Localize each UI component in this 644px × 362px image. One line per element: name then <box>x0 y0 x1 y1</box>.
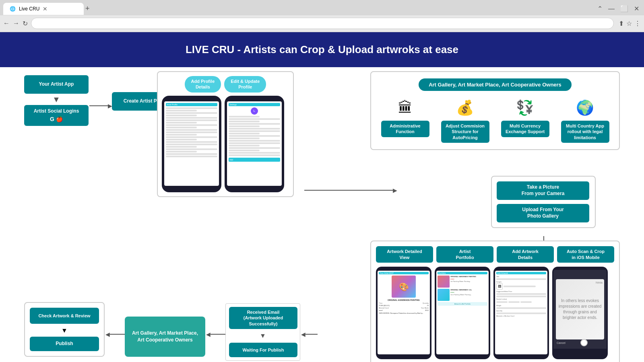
minimize-button[interactable]: — <box>607 4 616 14</box>
artwork-price-value: ₹ 999 ($15.37)70 <box>379 304 429 306</box>
add-profile-tab: Add Profile Details <box>185 76 221 93</box>
google-icon: G <box>50 116 54 122</box>
artwork-phone-1: Your Artist EDIT 🎨 ORIGINAL HANDMADE PAI… <box>376 267 431 359</box>
artwork-tabs: Artwork Detailed View Artist Portfolio A… <box>376 246 614 263</box>
arrow-left-head-3: ◀ <box>301 331 305 337</box>
phone-1-artist-profile: Artist Profile <box>162 96 221 192</box>
camera-ui: In others less evokes impressions are cr… <box>553 270 607 349</box>
header-banner: LIVE CRU - Artists can Crop & Upload art… <box>0 32 644 67</box>
profile-tabs: Add Profile Details Edit & Update Profil… <box>162 76 289 93</box>
art-gallery-text: Art Gallery, Art Market Place, Art Coope… <box>129 330 201 343</box>
portfolio-item-1-detail: 1st Painting Water Painting... <box>450 280 476 282</box>
restore-button[interactable]: ⬜ <box>619 3 630 14</box>
phone-1-screen: Artist Profile <box>164 101 219 186</box>
arrow-left-head: ◀ <box>105 331 110 337</box>
painting-icon: 🎨 <box>399 282 409 292</box>
reload-button[interactable]: ↻ <box>23 20 28 27</box>
artist-social-logins-node: Artist Social Logins G 🍎 <box>24 105 89 126</box>
publish-button: Publish <box>30 337 99 351</box>
artwork-price-qty: PriceQuantity <box>379 302 429 304</box>
url-input[interactable] <box>31 18 614 29</box>
feature-item-country: 🌍 Multi Country App rollout with legal l… <box>561 97 609 143</box>
tab-bar: 🌐 Live CRU ✕ + ⌃ — ⬜ ✕ <box>0 0 644 15</box>
avatar: L <box>251 107 258 115</box>
arrow-down-1: ▼ <box>52 94 60 105</box>
scroll-up-button[interactable]: ⌃ <box>596 3 604 14</box>
window-controls: ⌃ — ⬜ ✕ <box>596 3 641 14</box>
add-artwork-size-label: Size(in Inches) <box>496 298 546 300</box>
artwork-tab-detailed-view: Artwork Detailed View <box>376 246 433 263</box>
forward-button[interactable]: → <box>13 20 19 27</box>
artwork-tab-portfolio: Artist Portfolio <box>436 246 493 263</box>
bookmark-button[interactable]: ☆ <box>626 20 632 27</box>
artwork-tab-auto-scan: Auto Scan & Crop in iOS Mobile <box>557 246 614 263</box>
share-button[interactable]: ⬆ <box>619 20 624 27</box>
check-artwork-review-button: Check Artwork & Review <box>30 308 99 324</box>
email-section: Received Email (Artwork Uploaded Success… <box>225 303 300 361</box>
features-title: Art Gallery, Art Market Place, Art Coope… <box>419 78 572 91</box>
arrow-right-1-line <box>89 105 109 106</box>
artwork-title-text: ORIGINAL HANDMADE PAINTING <box>379 299 429 301</box>
edit-update-tab: Edit & Update Profile <box>224 76 266 93</box>
tab-close-button[interactable]: ✕ <box>43 6 47 12</box>
browser-chrome: 🌐 Live CRU ✕ + ⌃ — ⬜ ✕ ← → ↻ ⬆ ☆ ⋮ <box>0 0 644 32</box>
tab-favicon: 🌐 <box>10 6 16 12</box>
camera-viewfinder-text: In others less evokes impressions are cr… <box>556 296 604 322</box>
close-button[interactable]: ✕ <box>632 3 641 14</box>
artwork-screen-4: In others less evokes impressions are cr… <box>553 270 607 354</box>
tab-title: Live CRU <box>19 6 39 12</box>
waiting-publish-button: Waiting For Publish <box>229 343 297 357</box>
artwork-screen-1: Your Artist EDIT 🎨 ORIGINAL HANDMADE PAI… <box>378 271 430 354</box>
add-artwork-suggested-price-label: Suggested Artist Price <box>496 290 546 292</box>
add-artwork-weight-label: Weight <box>496 304 546 306</box>
country-label: Multi Country App rollout with legal lim… <box>561 121 609 143</box>
new-tab-button[interactable]: + <box>85 4 90 13</box>
currency-label: Multi Currency Exchange Support <box>501 121 549 137</box>
add-artwork-material-label: Material or Medium Used <box>496 315 546 317</box>
artwork-screen-3-header: Add Artwork <box>496 272 546 274</box>
camera-cancel: Cancel <box>557 341 566 344</box>
diagram: Your Artist App ▼ Artist Social Logins G… <box>0 67 644 362</box>
arrow-right-1-container: ▶ <box>89 103 112 109</box>
phone-2-settings: Settings L <box>225 96 284 192</box>
back-button[interactable]: ← <box>3 20 10 27</box>
features-grid: 🏛 Administrative Function 💰 Adjust Commi… <box>378 97 613 143</box>
portfolio-item-2-detail: 1a's Painting Water Painting... <box>450 294 472 296</box>
arrow-h-line <box>304 190 393 191</box>
add-artwork-images-label: Images <box>496 281 546 283</box>
artwork-phones: Your Artist EDIT 🎨 ORIGINAL HANDMADE PAI… <box>376 267 614 359</box>
camera-viewfinder: In others less evokes impressions are cr… <box>556 279 604 339</box>
brand-text: hinia <box>596 281 603 284</box>
upload-photo-gallery-button: Upload From Your Photo Gallery <box>497 204 589 222</box>
take-picture-button: Take a Picture From your Camera <box>497 181 589 200</box>
portfolio-item-2-status: ●●●● <box>450 291 472 293</box>
phone-1-header: Artist Profile <box>166 103 217 106</box>
camera-shutter <box>580 339 588 346</box>
portfolio-thumbnails-2: ORIGINAL HANDMADE 1.6a ●●●● 1a's Paintin… <box>438 289 487 301</box>
admin-label: Administrative Function <box>381 121 429 137</box>
portfolio-add-label: Artwork to Art Portfolio <box>438 303 487 305</box>
artwork-description: OWN WORDS: Ramayana Pattachitra showcase… <box>379 312 429 315</box>
portfolio-item-1-status: ●●●● <box>450 278 476 280</box>
artwork-painting-thumb: 🎨 <box>392 276 416 298</box>
arrow-left-head-2: ◀ <box>206 331 211 337</box>
active-tab[interactable]: 🌐 Live CRU ✕ <box>3 3 84 15</box>
artwork-phone-3: Add Artwork Title Images 🖼 Suggested Art… <box>493 267 549 359</box>
currency-icon: 💱 <box>516 97 534 118</box>
add-artwork-upload-icon: 🖼 <box>496 283 503 290</box>
portfolio-add-btn: Artwork to Art Portfolio <box>438 302 487 306</box>
admin-icon: 🏛 <box>398 97 413 118</box>
feature-item-currency: 💱 Multi Currency Exchange Support <box>501 97 549 143</box>
artwork-phone-2: Portfolio ORIGINAL HANDMADE PAINTING ●●●… <box>435 267 490 359</box>
page-title: LIVE CRU - Artists can Crop & Upload art… <box>186 43 458 56</box>
camera-section: Take a Picture From your Camera Upload F… <box>491 176 596 228</box>
menu-button[interactable]: ⋮ <box>634 20 641 27</box>
add-artwork-image-upload: 🖼 <box>496 283 546 290</box>
features-box: Art Gallery, Art Market Place, Art Coope… <box>370 71 620 150</box>
check-artwork-box: Check Artwork & Review ▼ Publish <box>24 302 105 357</box>
art-gallery-node: Art Gallery, Art Market Place, Art Coope… <box>125 317 205 357</box>
down-arrow-publish: ▼ <box>30 327 99 334</box>
received-email-button: Received Email (Artwork Uploaded Success… <box>229 307 297 329</box>
phone-2-screen: Settings L <box>227 101 282 186</box>
phone-2-header: Settings <box>229 103 280 106</box>
